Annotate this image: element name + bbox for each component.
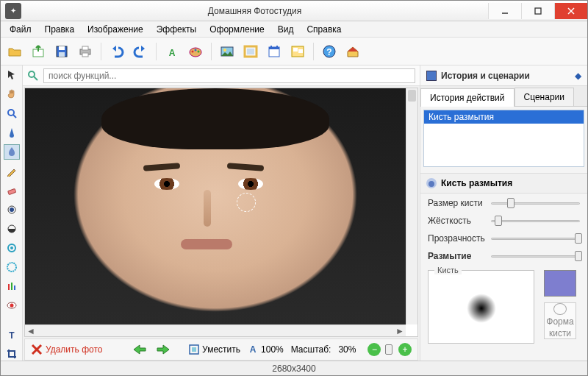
hand-tool[interactable]	[4, 88, 19, 101]
panel-icon	[426, 71, 437, 81]
scroll-left-icon[interactable]: ◄	[25, 325, 37, 337]
titlebar: ✦ Домашняя Фотостудия	[1, 1, 587, 21]
help-icon[interactable]: ?	[320, 42, 339, 61]
history-list[interactable]: Кисть размытия	[423, 110, 584, 167]
maximize-button[interactable]	[521, 3, 554, 19]
toolbar-separator	[211, 43, 212, 60]
redo-icon[interactable]	[131, 42, 150, 61]
photo-decoration	[238, 178, 263, 190]
next-photo-button[interactable]	[155, 341, 171, 358]
zoom-in-button[interactable]: +	[398, 343, 412, 356]
menu-view[interactable]: Вид	[272, 23, 300, 36]
burn-tool[interactable]	[4, 222, 19, 235]
crop-tool[interactable]	[4, 347, 19, 361]
clone-tool[interactable]	[4, 241, 19, 255]
svg-rect-19	[247, 49, 254, 54]
scrollbar-thumb[interactable]	[408, 90, 416, 102]
search-input[interactable]	[43, 68, 415, 83]
blur-slider[interactable]	[491, 251, 580, 261]
image-icon[interactable]	[218, 42, 237, 61]
svg-rect-1	[535, 8, 541, 14]
zoom-out-button[interactable]: −	[368, 343, 381, 356]
canvas[interactable]: ◄ ►	[24, 88, 418, 337]
print-icon[interactable]	[76, 42, 95, 61]
svg-point-29	[8, 110, 14, 116]
opacity-slider[interactable]	[491, 233, 580, 244]
svg-rect-31	[7, 188, 15, 194]
hardness-slider[interactable]	[491, 216, 580, 226]
status-bar: 2680x3400	[1, 361, 587, 375]
main-area: T ◄ ►	[1, 65, 587, 361]
prev-photo-button[interactable]	[132, 341, 148, 358]
tab-history[interactable]: История действий	[420, 88, 514, 107]
brush-cursor	[237, 193, 256, 212]
brush-blob-icon	[467, 294, 496, 323]
menu-file[interactable]: Файл	[4, 23, 37, 36]
svg-text:A: A	[169, 48, 176, 58]
svg-rect-7	[59, 52, 65, 57]
horizontal-scrollbar[interactable]: ◄ ►	[25, 324, 406, 336]
sharpen-tool[interactable]	[4, 126, 19, 139]
blur-icon	[426, 178, 437, 188]
brush-preview[interactable]: Кисть	[428, 270, 534, 344]
size-slider[interactable]	[491, 198, 580, 208]
close-button[interactable]	[554, 3, 587, 19]
palette-icon[interactable]	[186, 42, 205, 61]
menu-effects[interactable]: Эффекты	[151, 23, 203, 36]
svg-rect-9	[82, 46, 88, 50]
frame-icon[interactable]	[241, 42, 260, 61]
home-icon[interactable]	[343, 42, 362, 61]
scroll-right-icon[interactable]: ►	[394, 325, 406, 337]
collage-icon[interactable]	[288, 42, 307, 61]
minimize-button[interactable]	[488, 3, 521, 19]
denoise-tool[interactable]	[4, 260, 19, 274]
dodge-tool[interactable]	[4, 203, 19, 216]
svg-rect-40	[14, 285, 15, 290]
undo-icon[interactable]	[107, 42, 126, 61]
delete-photo-button[interactable]: Удалить фото	[31, 344, 102, 355]
levels-tool[interactable]	[4, 280, 19, 293]
eraser-tool[interactable]	[4, 184, 19, 197]
svg-text:T: T	[9, 330, 15, 340]
calendar-icon[interactable]	[265, 42, 284, 61]
menu-decoration[interactable]: Оформление	[204, 23, 270, 36]
zoom-slider[interactable]	[388, 344, 391, 355]
redeye-tool[interactable]	[4, 299, 19, 312]
folder-open-icon[interactable]	[5, 42, 24, 61]
svg-text:A: A	[250, 344, 257, 355]
slider-row-size: Размер кисти	[428, 198, 580, 208]
vertical-scrollbar[interactable]	[406, 88, 417, 324]
blur-tool[interactable]	[4, 145, 19, 158]
text-icon[interactable]: A	[162, 42, 182, 61]
history-item[interactable]: Кисть размытия	[424, 110, 584, 124]
svg-rect-38	[8, 284, 10, 290]
save-icon[interactable]	[52, 42, 71, 61]
menu-help[interactable]: Справка	[301, 23, 347, 36]
svg-point-44	[29, 71, 35, 77]
fit-button[interactable]: Уместить	[189, 341, 240, 358]
pencil-tool[interactable]	[4, 165, 19, 178]
main-toolbar: A ?	[1, 38, 587, 65]
svg-line-30	[13, 115, 16, 118]
menu-edit[interactable]: Правка	[39, 23, 81, 36]
zoom-100-button[interactable]: A 100%	[248, 341, 284, 358]
tab-scenarios[interactable]: Сценарии	[514, 88, 574, 106]
brush-shape-button[interactable]: Форма кисти	[544, 302, 576, 339]
color-swatch[interactable]	[544, 270, 576, 297]
zoom-tool[interactable]	[4, 107, 19, 120]
photo-decoration	[204, 190, 211, 227]
scrollbar-track[interactable]	[37, 327, 394, 336]
text-tool[interactable]: T	[4, 328, 19, 341]
export-icon[interactable]	[29, 42, 48, 61]
pointer-tool[interactable]	[4, 68, 19, 82]
svg-point-36	[10, 246, 13, 249]
search-row	[23, 65, 420, 86]
photo-decoration	[181, 239, 232, 249]
opacity-label: Прозрачность	[428, 233, 485, 244]
search-icon	[27, 70, 39, 82]
delete-photo-label: Удалить фото	[46, 344, 102, 355]
scale-label: Масштаб:	[291, 344, 331, 355]
menu-image[interactable]: Изображение	[82, 23, 149, 36]
collapse-icon[interactable]: ◆	[575, 71, 581, 81]
zoom-100-label: 100%	[261, 344, 284, 355]
